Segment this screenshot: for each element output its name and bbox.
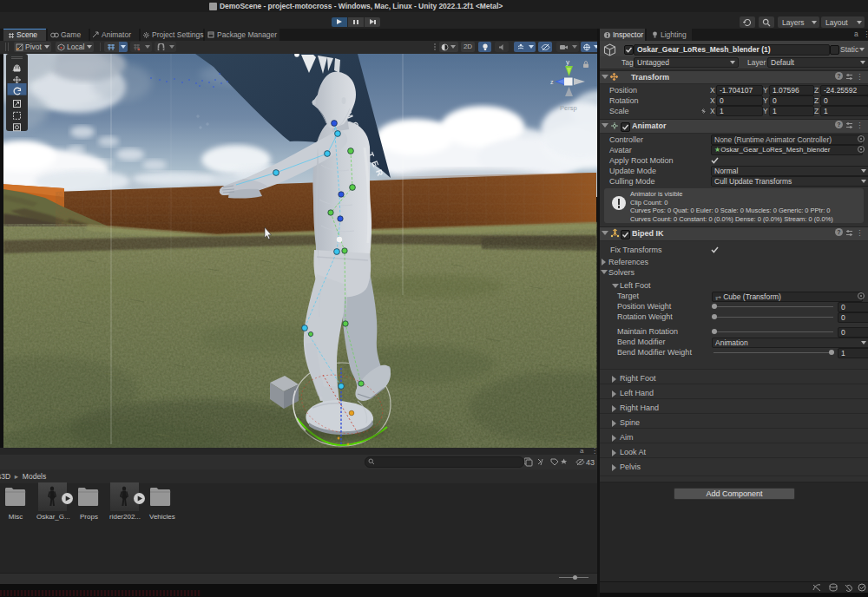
svg-text:Persp: Persp [560, 104, 577, 112]
svg-text:y: y [566, 58, 569, 66]
svg-text:z: z [550, 79, 554, 85]
svg-text:43: 43 [586, 458, 595, 467]
